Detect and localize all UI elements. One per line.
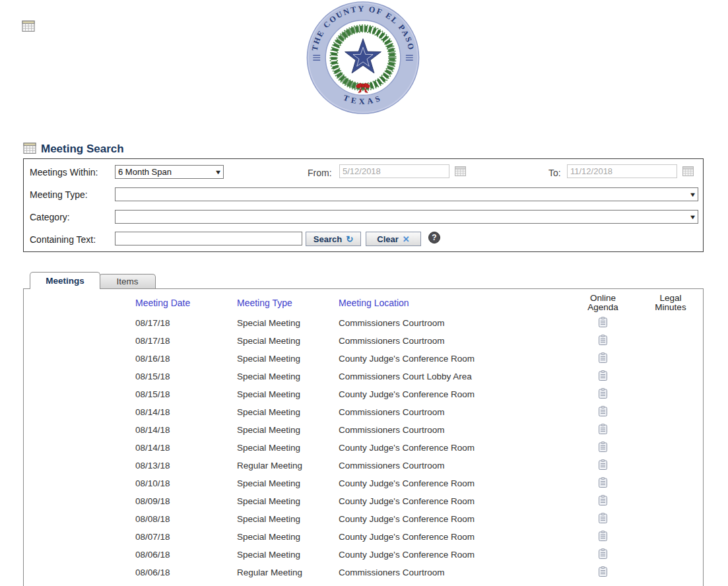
online-agenda-link[interactable] — [599, 477, 607, 488]
table-header-row: Meeting Date Meeting Type Meeting Locati… — [24, 292, 703, 314]
meeting-results-panel: Meeting Date Meeting Type Meeting Locati… — [23, 288, 704, 586]
table-row: 08/16/18 Special Meeting County Judge's … — [24, 350, 703, 368]
containing-text-input[interactable] — [115, 232, 302, 245]
close-icon: ✕ — [403, 234, 410, 244]
meeting-date-cell: 08/07/18 — [24, 528, 237, 546]
from-date-input[interactable] — [339, 164, 449, 178]
search-button[interactable]: Search ↻ — [306, 232, 361, 246]
meeting-date-cell: 08/15/18 — [24, 385, 237, 403]
header-meeting-location[interactable]: Meeting Location — [339, 292, 555, 314]
online-agenda-link[interactable] — [599, 370, 607, 381]
meeting-date-cell: 08/14/18 — [24, 439, 237, 457]
document-icon — [599, 388, 607, 399]
online-agenda-link[interactable] — [599, 459, 607, 470]
meeting-date-cell: 08/08/18 — [24, 510, 237, 528]
to-datepicker-button[interactable] — [682, 166, 694, 176]
legal-minutes-cell — [651, 564, 690, 581]
help-icon[interactable]: ? — [428, 232, 440, 244]
legal-minutes-cell — [651, 350, 690, 368]
online-agenda-link[interactable] — [599, 424, 607, 434]
meeting-location-cell: County Judge's Conference Room — [339, 528, 555, 546]
from-datepicker-button[interactable] — [455, 166, 466, 176]
meeting-date-cell: 08/10/18 — [24, 474, 237, 492]
category-select[interactable] — [115, 210, 698, 224]
table-row: 08/06/18 Special Meeting County Judge's … — [24, 546, 703, 564]
meetings-table-body: 08/17/18 Special Meeting Commissioners C… — [24, 314, 703, 581]
meeting-type-cell: Special Meeting — [237, 332, 339, 350]
document-icon — [599, 370, 607, 381]
meeting-location-cell: County Judge's Conference Room — [339, 439, 555, 457]
table-row: 08/14/18 Special Meeting County Judge's … — [24, 439, 703, 457]
header-meeting-type[interactable]: Meeting Type — [237, 292, 339, 314]
legal-minutes-cell — [651, 528, 690, 546]
table-row: 08/14/18 Special Meeting Commissioners C… — [24, 421, 703, 439]
meeting-type-cell: Special Meeting — [237, 421, 339, 439]
meeting-type-cell: Special Meeting — [237, 439, 339, 457]
document-icon — [599, 406, 607, 416]
meeting-search-page: THE COUNTY OF EL PASO TEXAS — [0, 0, 728, 586]
meeting-type-cell: Special Meeting — [237, 368, 339, 385]
meetings-within-select[interactable]: 6 Month Span — [115, 165, 224, 179]
legal-minutes-cell — [651, 439, 690, 457]
legal-minutes-cell — [651, 385, 690, 403]
meeting-type-cell: Special Meeting — [237, 510, 339, 528]
document-icon — [599, 548, 607, 559]
online-agenda-link[interactable] — [599, 406, 607, 416]
header-legal-minutes: Legal Minutes — [651, 292, 690, 314]
online-agenda-link[interactable] — [599, 495, 607, 505]
online-agenda-link[interactable] — [599, 548, 607, 559]
document-icon — [599, 459, 607, 470]
meeting-type-cell: Special Meeting — [237, 403, 339, 421]
meeting-location-cell: Commissioners Courtroom — [339, 457, 555, 474]
to-date-input[interactable] — [567, 164, 677, 178]
meeting-location-cell: Commissioners Court Lobby Area — [339, 368, 555, 385]
meeting-date-cell: 08/09/18 — [24, 492, 237, 510]
meeting-type-cell: Special Meeting — [237, 314, 339, 332]
meeting-type-label: Meeting Type: — [30, 187, 88, 202]
table-row: 08/08/18 Special Meeting County Judge's … — [24, 510, 703, 528]
meeting-type-cell: Special Meeting — [237, 350, 339, 368]
tab-items[interactable]: Items — [99, 274, 156, 288]
meeting-type-cell: Special Meeting — [237, 474, 339, 492]
meeting-date-cell: 08/17/18 — [24, 314, 237, 332]
online-agenda-link[interactable] — [599, 441, 607, 452]
meeting-date-cell: 08/16/18 — [24, 350, 237, 368]
containing-text-label: Containing Text: — [30, 232, 96, 247]
online-agenda-link[interactable] — [599, 388, 607, 399]
document-icon — [599, 335, 607, 345]
meeting-type-cell: Special Meeting — [237, 528, 339, 546]
header-meeting-date[interactable]: Meeting Date — [24, 292, 237, 314]
clear-button[interactable]: Clear ✕ — [366, 232, 421, 246]
category-label: Category: — [30, 210, 70, 224]
header-online-agenda: Online Agenda — [555, 292, 651, 314]
meeting-date-cell: 08/06/18 — [24, 546, 237, 564]
table-row: 08/14/18 Special Meeting Commissioners C… — [24, 403, 703, 421]
meetings-within-select-wrap: 6 Month Span ▼ — [115, 165, 224, 179]
legal-minutes-cell — [651, 421, 690, 439]
online-agenda-link[interactable] — [599, 531, 607, 541]
legal-minutes-cell — [651, 332, 690, 350]
meeting-type-select[interactable] — [115, 187, 698, 201]
search-form: Meetings Within: 6 Month Span ▼ From: To… — [23, 158, 704, 252]
legal-minutes-cell — [651, 457, 690, 474]
table-row: 08/06/18 Regular Meeting Commissioners C… — [24, 564, 703, 581]
category-select-wrap: ▼ — [115, 210, 698, 224]
legal-minutes-cell — [651, 368, 690, 385]
meeting-location-cell: Commissioners Courtroom — [339, 314, 555, 332]
meeting-location-cell: Commissioners Courtroom — [339, 421, 555, 439]
calendar-icon — [22, 20, 35, 34]
table-row: 08/07/18 Special Meeting County Judge's … — [24, 528, 703, 546]
to-label: To: — [548, 166, 561, 180]
online-agenda-link[interactable] — [599, 513, 607, 523]
online-agenda-link[interactable] — [599, 335, 607, 345]
meeting-type-cell: Regular Meeting — [237, 457, 339, 474]
tab-meetings[interactable]: Meetings — [30, 272, 100, 289]
online-agenda-link[interactable] — [599, 317, 607, 327]
online-agenda-link[interactable] — [599, 566, 607, 577]
meeting-location-cell: Commissioners Courtroom — [339, 332, 555, 350]
online-agenda-link[interactable] — [599, 352, 607, 363]
legal-minutes-cell — [651, 546, 690, 564]
legal-minutes-cell — [651, 510, 690, 528]
page-title: Meeting Search — [41, 143, 124, 156]
table-row: 08/15/18 Special Meeting County Judge's … — [24, 385, 703, 403]
